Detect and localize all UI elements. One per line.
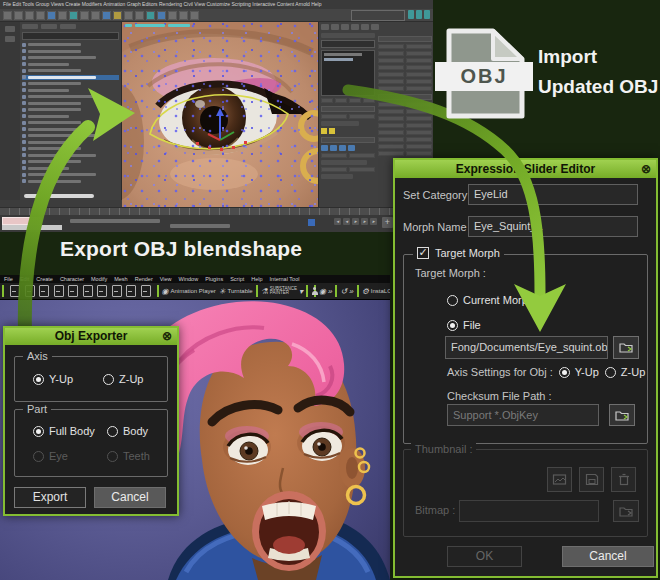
set-category-input[interactable]: EyeLid <box>468 184 638 205</box>
scene-object-row[interactable] <box>22 133 119 138</box>
menu-plugins[interactable]: Plugins <box>205 276 223 282</box>
file-tool-icon[interactable] <box>54 285 64 297</box>
file-tool-icon[interactable] <box>83 285 93 297</box>
scene-object-row[interactable] <box>22 127 119 132</box>
scene-object-row[interactable] <box>22 49 119 54</box>
radio-z-up[interactable]: Z-Up <box>103 373 143 385</box>
radio-obj-y-up[interactable]: Y-Up <box>559 366 599 378</box>
panel-button[interactable] <box>378 130 404 135</box>
panel-button[interactable] <box>406 116 432 121</box>
playback-controls[interactable]: ◂◂▸▸▸ <box>334 218 377 225</box>
radio-current-morph[interactable]: Current Morph <box>447 294 534 306</box>
restore-button[interactable]: ↺ » <box>340 287 353 296</box>
file-tool-icon[interactable] <box>112 285 122 297</box>
file-path-input[interactable]: Fong/Documents/Eye_squint.obj <box>445 336 608 359</box>
explorer-search-input[interactable] <box>22 32 119 40</box>
rollout-header[interactable] <box>378 36 432 42</box>
panel-button[interactable] <box>378 65 404 70</box>
panel-button[interactable] <box>406 44 432 49</box>
explorer-scrollbar[interactable] <box>24 194 94 198</box>
scene-object-row[interactable] <box>22 179 119 184</box>
radio-y-up[interactable]: Y-Up <box>33 373 73 385</box>
panel-button[interactable] <box>406 130 432 135</box>
close-icon[interactable]: ⊗ <box>641 160 651 178</box>
panel-button[interactable] <box>406 109 432 114</box>
panel-button[interactable] <box>378 137 404 142</box>
file-tool-icon[interactable] <box>126 285 136 297</box>
menu-view[interactable]: View <box>160 276 172 282</box>
file-tool-icon[interactable] <box>97 285 107 297</box>
cancel-button[interactable]: Cancel <box>562 546 654 567</box>
modifier-list-dropdown[interactable] <box>321 40 375 48</box>
scene-object-row[interactable] <box>22 55 119 60</box>
panel-button[interactable] <box>406 65 432 70</box>
3dsmax-viewport-eye-closeup[interactable] <box>122 22 318 207</box>
toolbar-icon[interactable] <box>36 11 45 20</box>
maxscript-listener[interactable] <box>2 217 42 225</box>
animation-player-button[interactable]: ◉ Animation Player <box>162 287 216 296</box>
panel-button[interactable] <box>378 102 404 107</box>
toolbar-icon[interactable] <box>135 11 144 20</box>
menu-mesh[interactable]: Mesh <box>114 276 127 282</box>
scene-object-row[interactable] <box>22 153 119 158</box>
modifier-stack-list[interactable] <box>321 50 375 96</box>
menu-window[interactable]: Window <box>179 276 199 282</box>
toolbar-icon[interactable] <box>146 11 155 20</box>
panel-button[interactable] <box>406 123 432 128</box>
panel-button[interactable] <box>406 102 432 107</box>
file-tool-icon[interactable] <box>25 285 35 297</box>
rollout-header[interactable] <box>321 137 375 143</box>
panel-button[interactable] <box>406 72 432 77</box>
panel-button[interactable] <box>378 58 404 63</box>
panel-button[interactable] <box>378 72 404 77</box>
panel-button[interactable] <box>406 58 432 63</box>
scene-object-row[interactable] <box>22 172 119 177</box>
scene-object-row[interactable] <box>22 68 119 73</box>
panel-button[interactable] <box>378 79 404 84</box>
toolbar-icon[interactable] <box>113 11 122 20</box>
scene-object-row[interactable] <box>22 42 119 47</box>
menu-character[interactable]: Character <box>60 276 84 282</box>
toolbar-icon[interactable] <box>190 11 199 20</box>
file-tool-icon[interactable] <box>68 285 78 297</box>
set-key-toggle[interactable] <box>308 219 315 226</box>
menu-help[interactable]: Help <box>251 276 262 282</box>
scene-object-row[interactable] <box>22 88 119 93</box>
toolbar-icon[interactable] <box>3 11 12 20</box>
explorer-tabs[interactable] <box>22 24 119 30</box>
cage-color-swatches[interactable] <box>321 128 375 134</box>
scene-object-row[interactable] <box>22 146 119 151</box>
menu-modify[interactable]: Modify <box>91 276 107 282</box>
toolbar-icon[interactable] <box>179 11 188 20</box>
panel-button[interactable] <box>406 51 432 56</box>
turntable-button[interactable]: ✳ Turntable <box>219 287 253 296</box>
radio-obj-z-up[interactable]: Z-Up <box>605 366 645 378</box>
toolbar-icon[interactable] <box>124 11 133 20</box>
timeline-ruler[interactable] <box>0 207 433 215</box>
substance-painter-button[interactable]: ⚗ SUBSTANCE PAINTER ▾ <box>261 287 303 296</box>
scene-object-row[interactable] <box>22 166 119 171</box>
scene-object-row[interactable] <box>22 159 119 164</box>
panel-button[interactable] <box>406 86 432 91</box>
obj-exporter-titlebar[interactable]: Obj Exporter ⊗ <box>5 328 177 345</box>
scene-object-row[interactable] <box>22 94 119 99</box>
toolbar-icon[interactable] <box>102 11 111 20</box>
file-tool-icon[interactable] <box>10 285 20 297</box>
target-morph-legend[interactable]: ✓ Target Morph <box>413 247 504 259</box>
3dsmax-menubar[interactable]: File Edit Tools Group Views Create Modif… <box>0 0 433 9</box>
scene-object-row[interactable] <box>22 107 119 112</box>
morph-name-input[interactable]: Eye_Squint_L <box>468 216 638 237</box>
toolbar-icon[interactable] <box>91 11 100 20</box>
panel-button[interactable] <box>406 79 432 84</box>
radio-body[interactable]: Body <box>107 425 148 437</box>
close-icon[interactable]: ⊗ <box>162 328 172 345</box>
menu-script[interactable]: Script <box>230 276 244 282</box>
scene-object-row[interactable] <box>22 140 119 145</box>
panel-button[interactable] <box>378 51 404 56</box>
scene-object-row[interactable] <box>22 101 119 106</box>
panel-button[interactable] <box>378 44 404 49</box>
menu-create[interactable]: Create <box>36 276 53 282</box>
panel-button[interactable] <box>378 123 404 128</box>
toolbar-icon[interactable] <box>69 11 78 20</box>
toolbar-icon[interactable] <box>47 11 56 20</box>
